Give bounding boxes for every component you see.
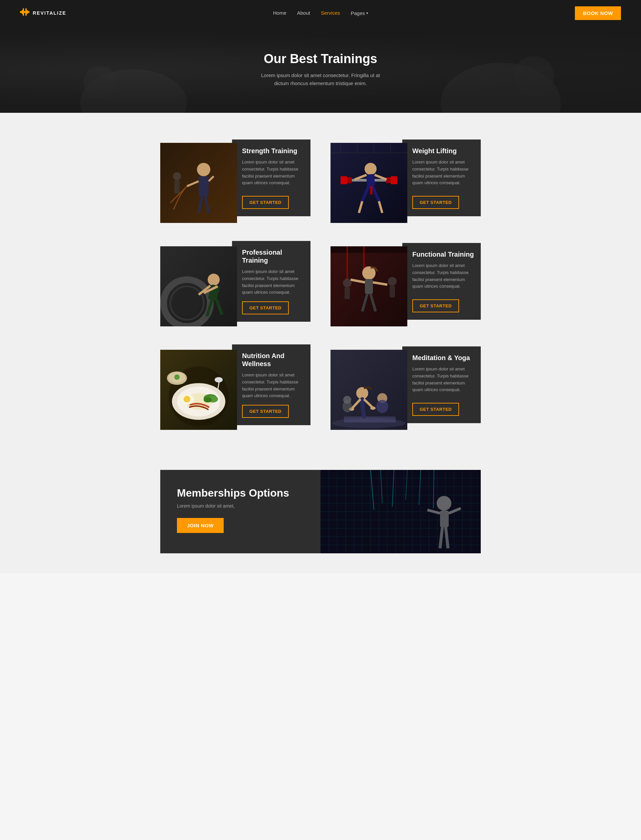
svg-rect-134	[440, 511, 449, 527]
training-image-nutrition	[160, 350, 237, 430]
membership-section: Memberships Options Lorem ipsum dolor si…	[0, 450, 641, 573]
svg-rect-1	[22, 10, 23, 14]
training-content-strength: Strength Training Lorem ipsum dolor sit …	[232, 140, 311, 216]
nav-links: Home About Services Pages ▾	[273, 10, 368, 16]
svg-point-91	[376, 400, 388, 413]
membership-title: Memberships Options	[177, 487, 304, 499]
svg-rect-57	[330, 246, 407, 253]
training-card-nutrition: Nutrition And Wellness Lorem ipsum dolor…	[160, 340, 311, 430]
training-title-professional: Professional Training	[242, 248, 304, 264]
nav-home[interactable]: Home	[273, 10, 287, 16]
training-content-functional: Functional Training Lorem ipsum dolor si…	[402, 243, 481, 320]
training-desc-meditation: Lorem ipsum dolor sit amet consectetur. …	[412, 366, 474, 397]
svg-rect-3	[24, 11, 25, 13]
svg-rect-69	[390, 286, 395, 297]
svg-point-96	[370, 406, 375, 410]
get-started-professional[interactable]: Get Started	[242, 301, 289, 314]
training-title-functional: Functional Training	[412, 250, 474, 258]
membership-description: Lorem ipsum dolor sit amet,	[177, 503, 304, 509]
training-content-weightlift: Weight Lifting Lorem ipsum dolor sit ame…	[402, 140, 481, 216]
training-title-meditation: Meditation & Yoga	[412, 354, 474, 362]
svg-rect-2	[23, 8, 24, 16]
training-card-weightlift: Weight Lifting Lorem ipsum dolor sit ame…	[330, 133, 481, 223]
membership-right	[320, 470, 481, 553]
training-image-functional	[330, 246, 407, 326]
svg-rect-4	[25, 8, 27, 16]
navbar: REVITALIZE Home About Services Pages ▾ B…	[0, 0, 641, 26]
svg-rect-34	[386, 177, 391, 183]
training-card-strength: Strength Training Lorem ipsum dolor sit …	[160, 133, 311, 223]
get-started-functional[interactable]: Get Started	[412, 299, 459, 312]
svg-point-9	[84, 66, 117, 100]
membership-left: Memberships Options Lorem ipsum dolor si…	[160, 470, 320, 553]
training-title-strength: Strength Training	[242, 147, 304, 155]
membership-illustration	[320, 470, 481, 553]
svg-point-83	[174, 374, 180, 380]
svg-point-80	[204, 397, 212, 403]
logo[interactable]: REVITALIZE	[20, 8, 66, 18]
hero-description: Lorem ipsum dolor sit amet consectetur. …	[254, 71, 387, 87]
book-now-button[interactable]: Book Now	[575, 6, 621, 20]
training-image-weightlift	[330, 143, 407, 223]
membership-grid: Memberships Options Lorem ipsum dolor si…	[160, 470, 481, 553]
svg-rect-33	[391, 176, 397, 184]
svg-point-66	[343, 279, 351, 287]
svg-point-98	[343, 400, 352, 413]
nav-services[interactable]: Services	[321, 10, 340, 16]
svg-point-49	[208, 274, 220, 286]
svg-rect-32	[347, 177, 352, 183]
get-started-nutrition[interactable]: Get Started	[242, 405, 289, 418]
training-content-meditation: Meditation & Yoga Lorem ipsum dolor sit …	[402, 347, 481, 423]
training-image-strength	[160, 143, 237, 223]
training-desc-professional: Lorem ipsum dolor sit amet consectetur. …	[242, 268, 304, 296]
svg-point-35	[365, 163, 377, 175]
brand-name: REVITALIZE	[33, 10, 66, 16]
logo-icon	[20, 8, 29, 18]
trainings-section: Strength Training Lorem ipsum dolor sit …	[0, 113, 641, 450]
training-image-meditation	[330, 350, 407, 430]
training-content-nutrition: Nutrition And Wellness Lorem ipsum dolor…	[232, 344, 311, 425]
training-card-professional: Professional Training Lorem ipsum dolor …	[160, 236, 311, 326]
svg-point-68	[388, 277, 397, 286]
training-card-meditation: Meditation & Yoga Lorem ipsum dolor sit …	[330, 340, 481, 430]
svg-point-48	[174, 290, 200, 316]
training-card-functional: Functional Training Lorem ipsum dolor si…	[330, 236, 481, 326]
get-started-meditation[interactable]: Get Started	[412, 403, 459, 416]
training-content-professional: Professional Training Lorem ipsum dolor …	[232, 241, 311, 322]
hero-content: Our Best Trainings Lorem ipsum dolor sit…	[254, 52, 387, 87]
svg-rect-22	[174, 180, 180, 194]
get-started-strength[interactable]: Get Started	[242, 196, 289, 209]
join-now-button[interactable]: Join Now	[177, 518, 224, 533]
training-desc-strength: Lorem ipsum dolor sit amet consectetur. …	[242, 159, 304, 191]
training-desc-weightlift: Lorem ipsum dolor sit amet consectetur. …	[412, 159, 474, 191]
svg-rect-0	[20, 11, 22, 13]
svg-point-15	[197, 163, 210, 176]
training-image-professional	[160, 246, 237, 326]
svg-rect-43	[370, 186, 372, 194]
svg-rect-89	[344, 416, 396, 422]
get-started-weightlift[interactable]: Get Started	[412, 196, 459, 209]
training-title-nutrition: Nutrition And Wellness	[242, 352, 304, 368]
svg-rect-16	[199, 176, 209, 196]
nav-about[interactable]: About	[297, 10, 310, 16]
svg-rect-5	[27, 10, 28, 14]
trainings-grid: Strength Training Lorem ipsum dolor sit …	[160, 133, 481, 430]
svg-rect-36	[366, 174, 375, 186]
training-desc-functional: Lorem ipsum dolor sit amet consectetur. …	[412, 262, 474, 294]
svg-rect-31	[340, 176, 347, 184]
svg-point-77	[184, 396, 190, 403]
svg-rect-67	[345, 287, 350, 299]
svg-point-11	[514, 56, 554, 96]
nav-pages[interactable]: Pages ▾	[351, 10, 369, 16]
hero-title: Our Best Trainings	[254, 52, 387, 66]
chevron-down-icon: ▾	[366, 11, 368, 15]
training-title-weightlift: Weight Lifting	[412, 147, 474, 155]
hero-section: Our Best Trainings Lorem ipsum dolor sit…	[0, 26, 641, 113]
training-desc-nutrition: Lorem ipsum dolor sit amet consectetur. …	[242, 372, 304, 400]
svg-rect-61	[365, 279, 373, 294]
svg-rect-6	[28, 11, 29, 13]
svg-point-21	[173, 172, 181, 180]
svg-point-133	[436, 496, 451, 511]
